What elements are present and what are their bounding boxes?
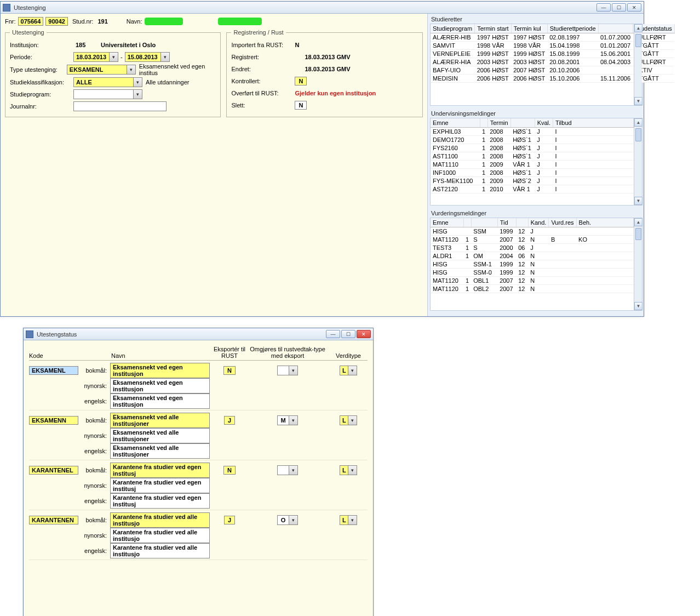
column-header[interactable]: Studieprogram bbox=[431, 24, 475, 33]
navn-bokmal-field[interactable]: Karantene fra studier ved egen institusj bbox=[110, 463, 210, 478]
titlebar[interactable]: Utestengstatus — ☐ ✕ bbox=[24, 328, 373, 340]
eksport-field[interactable]: N bbox=[223, 366, 236, 375]
navn-nynorsk-field[interactable]: Eksamensnekt ved egen institusjon bbox=[110, 378, 210, 393]
maximize-button[interactable]: ☐ bbox=[612, 3, 626, 12]
verditype-dropdown[interactable]: L bbox=[340, 366, 357, 375]
kode-field[interactable]: EKSAMENL bbox=[29, 366, 78, 375]
chevron-down-icon[interactable] bbox=[160, 53, 169, 61]
chevron-down-icon[interactable] bbox=[348, 466, 357, 475]
column-header[interactable]: Tilbud bbox=[553, 118, 634, 128]
chevron-down-icon[interactable] bbox=[127, 65, 135, 74]
column-header[interactable]: Kval. bbox=[535, 118, 553, 128]
minimize-button[interactable]: — bbox=[596, 3, 611, 12]
column-header[interactable]: Emne bbox=[431, 218, 463, 227]
periode-til-dropdown[interactable]: 15.08.2013 bbox=[125, 52, 170, 62]
table-row[interactable]: ALDR11OM200406N bbox=[431, 252, 634, 260]
table-row[interactable]: EXPHIL0312008HØS`1JI bbox=[431, 128, 634, 136]
navn-bokmal-field[interactable]: Eksamensnekt ved alle institusjoner bbox=[110, 413, 210, 428]
column-header[interactable]: Vurd.res bbox=[549, 218, 576, 227]
eksport-field[interactable]: N bbox=[223, 466, 236, 475]
eksport-field[interactable]: J bbox=[224, 416, 235, 425]
type-dropdown[interactable]: EKSAMENL bbox=[67, 65, 136, 75]
kode-field[interactable]: KARANTENEN bbox=[29, 516, 78, 524]
eksport-field[interactable]: J bbox=[224, 516, 235, 524]
table-row[interactable]: AST212012010VÅR 1JI bbox=[431, 185, 634, 193]
table-row[interactable]: AST110012008HØS`1JI bbox=[431, 152, 634, 161]
scroll-down-icon[interactable]: ▼ bbox=[634, 97, 642, 105]
minimize-button[interactable]: — bbox=[326, 330, 340, 338]
periode-fra-dropdown[interactable]: 18.03.2013 bbox=[73, 52, 118, 62]
column-header[interactable]: Termin kul bbox=[511, 24, 547, 33]
maximize-button[interactable]: ☐ bbox=[341, 330, 355, 338]
chevron-down-icon[interactable] bbox=[348, 516, 357, 524]
navn-nynorsk-field[interactable]: Eksamensnekt ved alle institusjoner bbox=[110, 428, 210, 443]
navn-bokmal-field[interactable]: Karantene fra studier ved alle institusj… bbox=[110, 512, 210, 528]
column-header[interactable] bbox=[516, 218, 528, 227]
omg-dropdown[interactable] bbox=[277, 366, 298, 375]
close-button[interactable]: ✕ bbox=[357, 330, 371, 338]
table-row[interactable]: DEMO172012008HØS`1JI bbox=[431, 136, 634, 144]
table-row[interactable]: MAT11201OBL1200712N bbox=[431, 277, 634, 285]
verditype-dropdown[interactable]: L bbox=[340, 465, 357, 475]
column-header[interactable]: Studierettperiode bbox=[547, 24, 598, 33]
scrollbar[interactable]: ▲ ▼ bbox=[634, 24, 642, 105]
scroll-up-icon[interactable]: ▲ bbox=[634, 218, 642, 226]
column-header[interactable]: Kand. bbox=[528, 218, 549, 227]
column-header[interactable]: Beh. bbox=[576, 218, 633, 227]
kontrollert-value[interactable]: N bbox=[295, 77, 307, 85]
column-header[interactable]: Termin start bbox=[475, 24, 511, 33]
scroll-up-icon[interactable]: ▲ bbox=[634, 118, 642, 127]
scroll-down-icon[interactable]: ▼ bbox=[634, 302, 642, 310]
journalnr-input[interactable] bbox=[73, 101, 167, 111]
titlebar[interactable]: Utestenging — ☐ ✕ bbox=[1, 2, 644, 14]
navn-engelsk-field[interactable]: Karantene fra studier ved egen institusj bbox=[110, 493, 210, 509]
column-header[interactable]: Termin bbox=[487, 118, 510, 128]
chevron-down-icon[interactable] bbox=[289, 466, 297, 475]
scroll-thumb[interactable] bbox=[635, 228, 641, 240]
column-header[interactable]: Tid bbox=[497, 218, 516, 227]
kode-field[interactable]: KARANTENEL bbox=[29, 466, 78, 475]
verditype-dropdown[interactable]: L bbox=[340, 415, 357, 425]
chevron-down-icon[interactable] bbox=[289, 516, 297, 524]
column-header[interactable] bbox=[480, 118, 487, 128]
table-row[interactable]: FYS216012008HØS`1JI bbox=[431, 144, 634, 152]
close-button[interactable]: ✕ bbox=[627, 3, 641, 12]
fnr-field-2[interactable]: 90042 bbox=[45, 17, 68, 26]
klass-dropdown[interactable]: ALLE bbox=[73, 77, 142, 87]
slett-value[interactable]: N bbox=[295, 101, 307, 110]
navn-engelsk-field[interactable]: Eksamensnekt ved alle institusjoner bbox=[110, 443, 210, 459]
omg-dropdown[interactable]: O bbox=[277, 515, 298, 525]
navn-nynorsk-field[interactable]: Karantene fra studier ved alle institusj… bbox=[110, 528, 210, 543]
scroll-thumb[interactable] bbox=[635, 128, 641, 141]
kode-field[interactable]: EKSAMENN bbox=[29, 416, 78, 425]
column-header[interactable]: Emne bbox=[431, 118, 480, 128]
studieprogram-dropdown[interactable] bbox=[73, 89, 142, 99]
scroll-thumb[interactable] bbox=[635, 34, 641, 47]
omg-dropdown[interactable]: M bbox=[277, 415, 298, 425]
scrollbar[interactable]: ▲ ▼ bbox=[634, 218, 642, 310]
scroll-up-icon[interactable]: ▲ bbox=[634, 24, 642, 32]
table-row[interactable]: MAT11201OBL2200712N bbox=[431, 285, 634, 293]
column-header[interactable] bbox=[463, 218, 471, 227]
scrollbar[interactable]: ▲ ▼ bbox=[634, 118, 642, 205]
table-row[interactable]: HISGSSM-0199912N bbox=[431, 269, 634, 277]
chevron-down-icon[interactable] bbox=[109, 53, 118, 61]
table-row[interactable]: HISGSSM-1199912N bbox=[431, 260, 634, 269]
fnr-field-1[interactable]: 075664 bbox=[18, 17, 44, 26]
scroll-down-icon[interactable]: ▼ bbox=[634, 197, 642, 205]
chevron-down-icon[interactable] bbox=[289, 416, 297, 425]
navn-nynorsk-field[interactable]: Karantene fra studier ved egen institusj bbox=[110, 478, 210, 493]
column-header[interactable] bbox=[598, 24, 633, 33]
omg-dropdown[interactable] bbox=[277, 465, 298, 475]
table-row[interactable]: FYS-MEK110012009HØS`2JI bbox=[431, 177, 634, 185]
navn-bokmal-field[interactable]: Eksamensnekt ved egen institusjon bbox=[110, 363, 210, 378]
table-row[interactable]: INF100012008HØS`1JI bbox=[431, 169, 634, 177]
column-header[interactable] bbox=[471, 218, 497, 227]
table-row[interactable]: MAT111012009VÅR 1JI bbox=[431, 161, 634, 169]
table-row[interactable]: MAT11201S200712NBKO bbox=[431, 236, 634, 244]
chevron-down-icon[interactable] bbox=[348, 366, 357, 375]
chevron-down-icon[interactable] bbox=[133, 90, 142, 99]
navn-engelsk-field[interactable]: Eksamensnekt ved egen institusjon bbox=[110, 393, 210, 409]
table-row[interactable]: HISGSSM199912J bbox=[431, 227, 634, 236]
chevron-down-icon[interactable] bbox=[348, 416, 357, 425]
